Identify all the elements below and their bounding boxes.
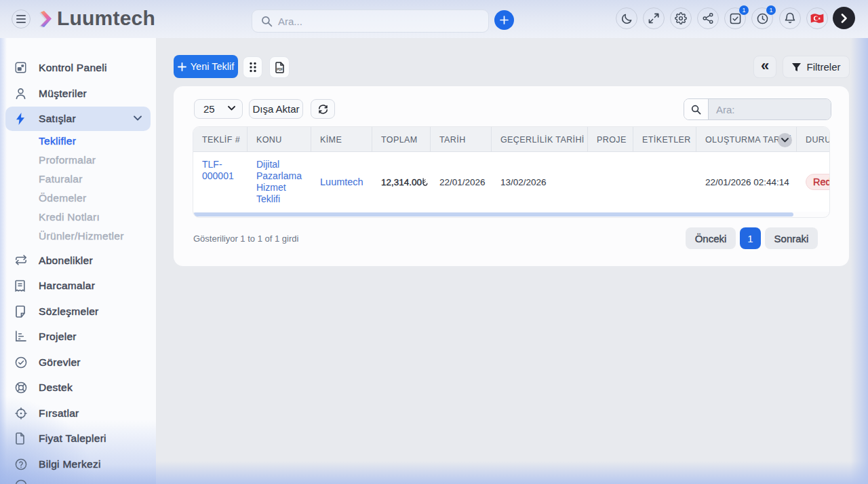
svg-text:PDF: PDF <box>277 68 283 71</box>
